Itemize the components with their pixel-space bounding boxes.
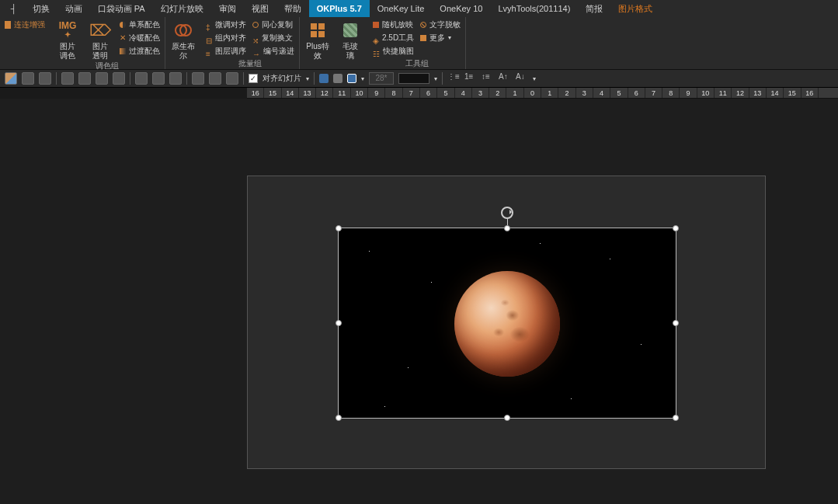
- menu-item-5[interactable]: 视图: [244, 0, 276, 17]
- group-color-caption: 调色组: [54, 61, 160, 71]
- concentric-copy-button[interactable]: 同心复制: [252, 19, 294, 30]
- micro-align-button[interactable]: ‡微调对齐: [206, 19, 246, 30]
- text-swatch[interactable]: [347, 74, 356, 83]
- resize-handle-ne[interactable]: [673, 225, 679, 231]
- separator: [442, 72, 443, 85]
- qt-btn-5[interactable]: [78, 72, 91, 85]
- align-top-button[interactable]: [192, 72, 204, 85]
- menu-item-1[interactable]: 动画: [57, 0, 90, 17]
- align-icon: ‡: [206, 22, 212, 28]
- boolean-label: 原生布 尔: [172, 42, 195, 61]
- mindmap-button[interactable]: ☷快捷脑图: [373, 45, 414, 57]
- editor-canvas[interactable]: [0, 99, 838, 504]
- boolean-button[interactable]: 原生布 尔: [170, 19, 196, 61]
- rings-icon: [173, 20, 193, 40]
- numbering-button[interactable]: 1≡: [464, 72, 477, 85]
- random-play-button[interactable]: 随机放映: [373, 19, 414, 30]
- align-left-button[interactable]: [135, 72, 148, 85]
- separator: [186, 72, 187, 85]
- font-inc-button[interactable]: A↑: [499, 72, 511, 85]
- glass-effect-button[interactable]: 毛玻 璃: [337, 19, 363, 61]
- qt-btn-7[interactable]: [113, 72, 125, 85]
- menu-item-partial[interactable]: ┤: [3, 0, 25, 17]
- group-align-button[interactable]: ⊟组内对齐: [206, 32, 246, 43]
- bullets-button[interactable]: ⋮≡: [447, 72, 460, 85]
- plus-effect-button[interactable]: Plus特 效: [304, 19, 331, 61]
- fill-swatch[interactable]: [319, 74, 329, 83]
- resize-handle-w[interactable]: [336, 320, 342, 326]
- cube-icon: ◈: [373, 35, 379, 41]
- menu-item-7[interactable]: OKPlus 5.7: [309, 0, 370, 17]
- linespacing-button[interactable]: ↕≡: [482, 72, 494, 85]
- image-transparent-button[interactable]: ⌦ 图片 透明: [87, 19, 113, 61]
- mono-scheme-button[interactable]: 单系配色: [120, 19, 160, 30]
- brain-icon: ☷: [373, 48, 380, 54]
- ribbon-group-tools: 随机放映 ◈2.5D工具 ☷快捷脑图 文字脱敏 更多 ▾ 工具组: [368, 17, 466, 69]
- image-tint-button[interactable]: IMG✦ 图片 调色: [54, 19, 81, 61]
- swap-text-icon: ⤭: [252, 35, 259, 41]
- grid-small-icon: [420, 35, 426, 41]
- resize-handle-nw[interactable]: [336, 225, 342, 231]
- qt-btn-3[interactable]: [39, 72, 51, 85]
- menu-item-2[interactable]: 口袋动画 PA: [90, 0, 153, 17]
- menu-item-10[interactable]: LvyhTools(201114): [490, 0, 578, 17]
- text-mask-button[interactable]: 文字脱敏: [420, 19, 461, 30]
- separator: [130, 72, 130, 85]
- menu-item-6[interactable]: 帮助: [276, 0, 309, 17]
- color-picker[interactable]: [398, 73, 429, 84]
- img-tint-icon: IMG✦: [57, 20, 78, 40]
- align-middle-button[interactable]: [209, 72, 221, 85]
- gradient-scheme-button[interactable]: 过渡配色: [120, 45, 160, 57]
- group-tools-caption: 工具组: [373, 58, 461, 69]
- layer-order-button[interactable]: ≡图层调序: [206, 45, 246, 57]
- tool-25d-button[interactable]: ◈2.5D工具: [373, 32, 414, 43]
- forbid-icon: [420, 22, 426, 28]
- qt-btn-6[interactable]: [96, 72, 108, 85]
- batch-col-a: ‡微调对齐 ⊟组内对齐 ≡图层调序: [206, 19, 246, 57]
- resize-handle-sw[interactable]: [336, 415, 342, 421]
- selection-box[interactable]: [338, 228, 676, 419]
- align-bottom-button[interactable]: [226, 72, 238, 85]
- more-button[interactable]: 更多 ▾: [420, 32, 461, 43]
- menu-item-0[interactable]: 切换: [25, 0, 57, 17]
- menu-item-4[interactable]: 审阅: [211, 0, 244, 17]
- horizontal-ruler: 1615141312111098765432101234567891011121…: [247, 88, 838, 99]
- qt-btn-4[interactable]: [61, 72, 74, 85]
- align-center-button[interactable]: [152, 72, 165, 85]
- resize-handle-n[interactable]: [504, 225, 510, 231]
- glass-effect-label: 毛玻 璃: [343, 42, 358, 61]
- resize-handle-e[interactable]: [673, 320, 679, 326]
- number-inc-button[interactable]: →编号递进: [252, 45, 294, 57]
- menu-item-9[interactable]: OneKey 10: [432, 0, 490, 17]
- menu-item-3[interactable]: 幻灯片放映: [153, 0, 211, 17]
- font-dec-button[interactable]: A↓: [516, 72, 528, 85]
- align-right-button[interactable]: [169, 72, 182, 85]
- font-size-input[interactable]: 28*: [369, 72, 394, 85]
- menu-item-12[interactable]: 图片格式: [610, 0, 660, 17]
- enhance-button[interactable]: 连连增强: [5, 19, 45, 30]
- qt-btn-1[interactable]: [5, 72, 17, 85]
- align-slide-checkbox[interactable]: ✓: [249, 74, 258, 83]
- copy-swap-button[interactable]: ⤭复制换文: [252, 32, 294, 43]
- resize-handle-s[interactable]: [504, 415, 510, 421]
- stroke-swatch[interactable]: [333, 74, 343, 83]
- group-align-icon: ⊟: [206, 35, 212, 41]
- color-scheme-stack: 单系配色 ✕冷暖配色 过渡配色: [120, 19, 160, 57]
- menu-item-8[interactable]: OneKey Lite: [370, 0, 433, 17]
- menu-bar: ┤ 切换 动画 口袋动画 PA 幻灯片放映 审阅 视图 帮助 OKPlus 5.…: [0, 0, 838, 17]
- resize-handle-se[interactable]: [673, 415, 679, 421]
- slide[interactable]: [247, 176, 766, 469]
- rotate-stem: [507, 219, 508, 225]
- menu-item-11[interactable]: 简报: [578, 0, 610, 17]
- separator: [56, 72, 57, 85]
- ribbon: 连连增强 IMG✦ 图片 调色 ⌦ 图片 透明 单系配色 ✕冷暖配色 过渡配色 …: [0, 17, 838, 70]
- gradient-icon: [120, 48, 126, 54]
- rotate-handle[interactable]: [501, 207, 513, 219]
- align-slide-label: 对齐幻灯片: [263, 73, 301, 84]
- ribbon-group-origin: 原生布 尔: [165, 17, 201, 69]
- qt-btn-2[interactable]: [22, 72, 34, 85]
- quick-toolbar: ✓ 对齐幻灯片▾ ▾ 28* ▾ ⋮≡ 1≡ ↕≡ A↑ A↓ ▾: [0, 70, 838, 88]
- warm-cool-button[interactable]: ✕冷暖配色: [120, 32, 160, 43]
- half-circle-icon: [120, 22, 126, 28]
- separator: [243, 72, 244, 85]
